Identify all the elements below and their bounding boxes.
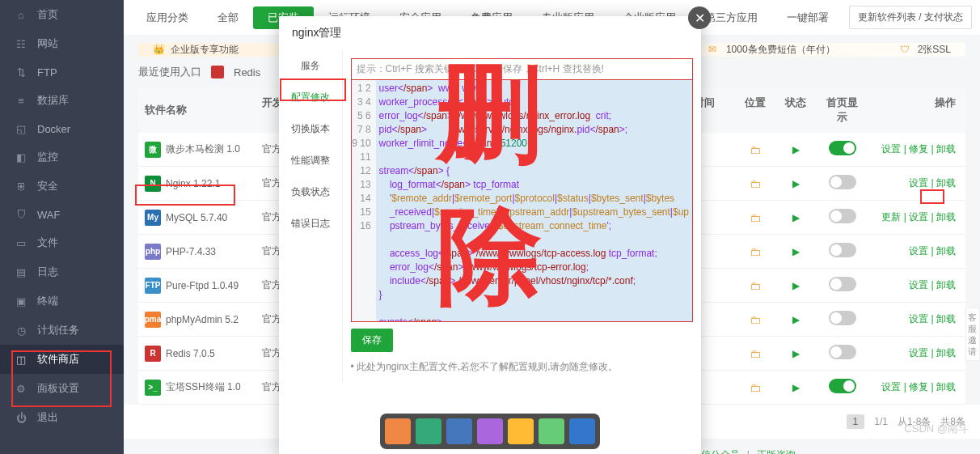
monitor-icon: ◧: [15, 151, 27, 163]
row-ops[interactable]: 设置 | 卸载: [868, 304, 965, 334]
folder-icon[interactable]: 🗀: [750, 381, 761, 394]
folder-icon[interactable]: 🗀: [750, 177, 761, 190]
dock-item[interactable]: [385, 418, 411, 444]
mtab-load-status[interactable]: 负载状态: [279, 176, 342, 208]
sidebar-item-software-store[interactable]: ◫软件商店: [0, 345, 124, 374]
sidebar-item-docker[interactable]: ◱Docker: [0, 115, 124, 142]
modal-title: nginx管理: [279, 16, 701, 50]
folder-icon[interactable]: 🗀: [750, 143, 761, 156]
sidebar-item-files[interactable]: ▭文件: [0, 228, 124, 257]
row-ops[interactable]: 设置 | 修复 | 卸载: [868, 372, 965, 402]
play-icon[interactable]: ▶: [792, 212, 800, 223]
sidebar-item-home[interactable]: ⌂首页: [0, 0, 124, 29]
sidebar-item-waf[interactable]: ⛉WAF: [0, 201, 124, 228]
dock-item[interactable]: [569, 418, 595, 444]
sidebar-item-database[interactable]: ≡数据库: [0, 86, 124, 115]
dock-item[interactable]: [508, 418, 534, 444]
sidebar-item-monitor[interactable]: ◧监控: [0, 142, 124, 172]
redis-icon: [211, 66, 224, 78]
row-ops[interactable]: 设置 | 卸载: [868, 270, 965, 300]
home-toggle[interactable]: [829, 277, 856, 291]
mtab-performance[interactable]: 性能调整: [279, 145, 342, 176]
shield-icon: ⛨: [15, 180, 27, 193]
sidebar-item-website[interactable]: ☷网站: [0, 29, 124, 58]
side-float-helper[interactable]: 客服邀请: [965, 308, 980, 361]
play-icon[interactable]: ▶: [792, 382, 800, 393]
row-ops[interactable]: 设置 | 卸载: [868, 236, 965, 266]
dock-item[interactable]: [446, 418, 472, 444]
row-ops[interactable]: 设置 | 卸载: [868, 168, 965, 198]
config-editor[interactable]: 1 2 3 4 5 6 7 8 9 10 11 12 13 14 15 16 u…: [351, 79, 693, 322]
sidebar-item-security[interactable]: ⛨安全: [0, 172, 124, 201]
app-icon: R: [145, 346, 161, 362]
app-name[interactable]: 微步木马检测 1.0: [166, 142, 240, 156]
taskbar-dock[interactable]: [380, 414, 600, 449]
app-name[interactable]: PHP-7.4.33: [166, 246, 216, 257]
exit-icon: ⏻: [15, 411, 27, 424]
page-current[interactable]: 1: [847, 414, 865, 429]
home-toggle[interactable]: [829, 243, 856, 257]
tab-all[interactable]: 全部: [203, 6, 253, 29]
code-area[interactable]: user</span> www www; worker_processes</s…: [376, 80, 692, 321]
dock-item[interactable]: [416, 418, 441, 444]
home-toggle[interactable]: [829, 379, 856, 393]
play-icon[interactable]: ▶: [792, 246, 800, 257]
folder-icon[interactable]: 🗀: [750, 279, 761, 292]
folder-icon[interactable]: 🗀: [750, 211, 761, 224]
sidebar-item-logs[interactable]: ▤日志: [0, 257, 124, 286]
row-ops[interactable]: 设置 | 修复 | 卸载: [868, 134, 965, 164]
app-name[interactable]: MySQL 5.7.40: [166, 212, 227, 223]
save-button[interactable]: 保存: [351, 329, 393, 352]
play-icon[interactable]: ▶: [792, 280, 800, 291]
app-icon: 微: [145, 142, 161, 158]
row-ops[interactable]: 更新 | 设置 | 卸载: [868, 202, 965, 232]
mtab-service[interactable]: 服务: [279, 50, 342, 82]
mtab-switch-version[interactable]: 切换版本: [279, 113, 342, 145]
home-toggle[interactable]: [829, 141, 856, 155]
th-stat: 状态: [775, 87, 816, 133]
folder-icon[interactable]: 🗀: [750, 313, 761, 326]
app-name[interactable]: Pure-Ftpd 1.0.49: [166, 280, 239, 291]
close-icon[interactable]: ✕: [688, 6, 711, 29]
promo-enterprise: 👑企业版专享功能: [153, 43, 239, 57]
mtab-error-log[interactable]: 错误日志: [279, 208, 342, 240]
play-icon[interactable]: ▶: [792, 144, 800, 155]
row-ops[interactable]: 设置 | 卸载: [868, 338, 965, 368]
app-name[interactable]: Redis 7.0.5: [166, 348, 215, 359]
folder-icon[interactable]: 🗀: [750, 245, 761, 258]
sidebar-item-terminal[interactable]: ▣终端: [0, 286, 124, 316]
recent-label: 最近使用入口: [138, 65, 201, 79]
page-total-pages: 1/1: [874, 416, 888, 427]
th-pos: 位置: [735, 87, 775, 133]
update-list-button[interactable]: 更新软件列表 / 支付状态: [849, 6, 972, 29]
mail-icon: ✉: [708, 44, 721, 57]
sidebar: ⌂首页 ☷网站 ⇅FTP ≡数据库 ◱Docker ◧监控 ⛨安全 ⛉WAF ▭…: [0, 0, 124, 454]
app-icon: php: [145, 244, 161, 260]
sidebar-item-ftp[interactable]: ⇅FTP: [0, 58, 124, 86]
tab-one-click-deploy[interactable]: 一键部署: [772, 6, 843, 29]
play-icon[interactable]: ▶: [792, 178, 800, 189]
th-name: 软件名称: [138, 87, 256, 133]
sidebar-item-cron[interactable]: ◷计划任务: [0, 316, 124, 345]
editor-hint: 提示：Ctrl+F 搜索关键字，Ctrl+S 保存，Ctrl+H 查找替换!: [351, 58, 693, 80]
home-toggle[interactable]: [829, 209, 856, 223]
home-toggle[interactable]: [829, 311, 856, 325]
app-name[interactable]: Nginx 1.22.1: [166, 178, 220, 189]
sidebar-item-panel-settings[interactable]: ⚙面板设置: [0, 374, 124, 403]
play-icon[interactable]: ▶: [792, 348, 800, 359]
modal-tabs: 服务 配置修改 切换版本 性能调整 负载状态 错误日志: [279, 50, 343, 382]
home-toggle[interactable]: [829, 175, 856, 189]
recent-item[interactable]: Redis: [234, 66, 260, 78]
mtab-config[interactable]: 配置修改: [279, 82, 342, 113]
app-name[interactable]: 宝塔SSH终端 1.0: [166, 380, 241, 394]
footer-link-genuine[interactable]: 正版咨询: [757, 449, 796, 454]
play-icon[interactable]: ▶: [792, 314, 800, 325]
folder-icon[interactable]: 🗀: [750, 347, 761, 360]
dock-item[interactable]: [539, 418, 564, 444]
dock-item[interactable]: [477, 418, 503, 444]
sidebar-item-exit[interactable]: ⏻退出: [0, 403, 124, 432]
tab-app-category[interactable]: 应用分类: [132, 6, 203, 29]
app-name[interactable]: phpMyAdmin 5.2: [166, 314, 239, 325]
home-toggle[interactable]: [829, 345, 856, 359]
home-icon: ⌂: [15, 8, 27, 21]
